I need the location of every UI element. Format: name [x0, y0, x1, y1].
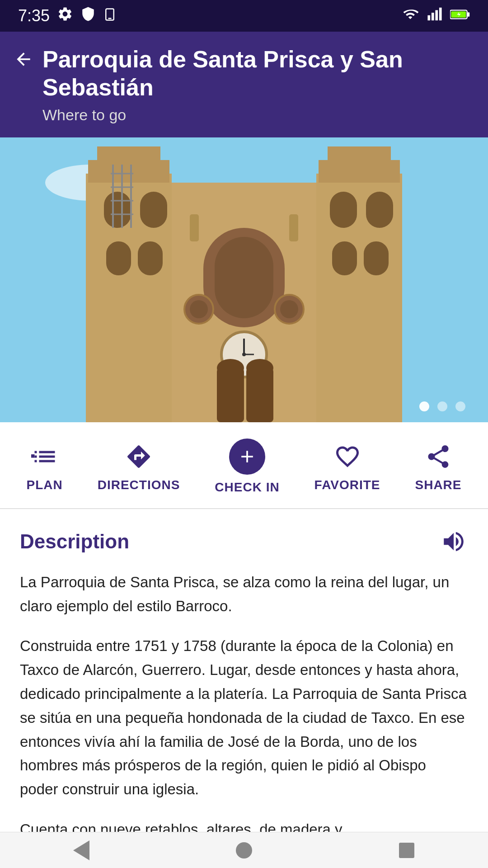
action-bar: PLAN DIRECTIONS CHECK IN FAVORITE	[0, 422, 488, 509]
dot-2[interactable]	[437, 401, 447, 411]
nav-back-button[interactable]	[63, 839, 99, 862]
description-paragraph-2: Construida entre 1751 y 1758 (durante la…	[20, 634, 468, 802]
svg-rect-7	[468, 12, 470, 16]
wifi-icon	[401, 6, 419, 26]
svg-rect-38	[215, 237, 273, 318]
settings-icon	[57, 6, 73, 26]
status-time: 7:35	[18, 6, 50, 25]
svg-rect-21	[138, 241, 163, 275]
svg-rect-32	[330, 192, 357, 228]
svg-rect-2	[427, 15, 430, 20]
svg-point-52	[246, 359, 273, 377]
svg-rect-47	[190, 214, 199, 241]
svg-point-44	[190, 300, 208, 318]
svg-point-51	[217, 359, 244, 377]
check-in-action[interactable]: CHECK IN	[215, 439, 279, 495]
share-label: SHARE	[415, 478, 461, 492]
share-action[interactable]: SHARE	[415, 441, 461, 492]
svg-rect-20	[106, 241, 131, 275]
svg-point-46	[280, 300, 298, 318]
back-button[interactable]	[14, 48, 33, 73]
favorite-action[interactable]: FAVORITE	[314, 441, 380, 492]
plan-icon	[29, 441, 61, 472]
check-in-label: CHECK IN	[215, 480, 279, 495]
svg-rect-3	[432, 13, 434, 20]
image-carousel[interactable]	[0, 137, 488, 422]
phone-icon	[103, 6, 117, 25]
svg-rect-35	[364, 241, 389, 275]
church-image	[0, 137, 488, 422]
plan-action[interactable]: PLAN	[26, 441, 62, 492]
svg-rect-19	[140, 192, 167, 228]
audio-button[interactable]	[439, 527, 468, 556]
battery-icon	[450, 6, 470, 25]
content-area: Description La Parroquia de Santa Prisca…	[0, 509, 488, 868]
nav-recent-button[interactable]	[389, 839, 425, 862]
check-in-icon	[229, 439, 265, 475]
description-paragraph-1: La Parroquia de Santa Prisca, se alza co…	[20, 571, 468, 618]
page-header: Parroquia de Santa Prisca y San Sebastiá…	[0, 32, 488, 137]
bottom-navigation	[0, 832, 488, 868]
svg-rect-1	[108, 18, 112, 19]
share-icon	[422, 441, 454, 472]
nav-home-button[interactable]	[226, 839, 262, 862]
favorite-label: FAVORITE	[314, 478, 380, 492]
page-title: Parroquia de Santa Prisca y San Sebastiá…	[42, 45, 470, 102]
svg-rect-18	[104, 192, 131, 228]
favorite-icon	[332, 441, 363, 472]
svg-rect-17	[97, 146, 160, 169]
svg-rect-48	[289, 214, 298, 241]
svg-rect-33	[366, 192, 393, 228]
status-bar: 7:35	[0, 0, 488, 32]
dot-3[interactable]	[455, 401, 465, 411]
directions-action[interactable]: DIRECTIONS	[98, 441, 180, 492]
directions-icon	[123, 441, 155, 472]
page-subtitle: Where to go	[42, 106, 470, 124]
svg-rect-34	[332, 241, 357, 275]
shield-icon	[80, 6, 96, 26]
svg-rect-4	[435, 10, 438, 20]
directions-label: DIRECTIONS	[98, 478, 180, 492]
svg-rect-53	[31, 454, 35, 458]
signal-icon	[427, 6, 443, 26]
svg-rect-31	[328, 146, 391, 169]
svg-rect-5	[439, 7, 442, 20]
dot-1[interactable]	[419, 401, 429, 411]
description-heading: Description	[20, 530, 129, 553]
carousel-dots	[419, 401, 465, 411]
plan-label: PLAN	[26, 478, 62, 492]
